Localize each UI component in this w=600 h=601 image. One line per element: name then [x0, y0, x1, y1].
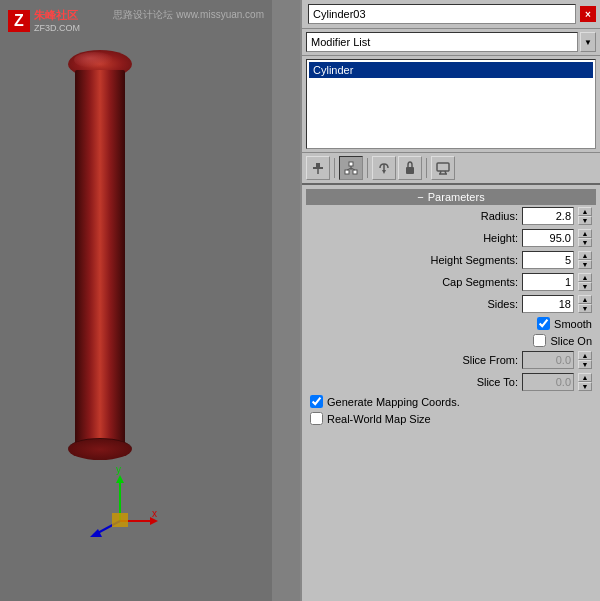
radius-up[interactable]: ▲: [578, 207, 592, 216]
modifier-list-row: ▼: [302, 29, 600, 56]
logo-z-icon: Z: [8, 10, 30, 32]
modifier-list-arrow[interactable]: ▼: [580, 32, 596, 52]
cap-segs-down[interactable]: ▼: [578, 282, 592, 291]
params-section: − Parameters Radius: ▲ ▼ Height: ▲ ▼ Hei…: [306, 189, 596, 427]
modifier-toolbar: [302, 152, 600, 185]
height-segs-row: Height Segments: ▲ ▼: [306, 249, 596, 271]
height-segs-up[interactable]: ▲: [578, 251, 592, 260]
object-name-input[interactable]: [308, 4, 576, 24]
height-spinner: ▲ ▼: [578, 229, 592, 247]
axis-widget: y x: [80, 461, 160, 541]
slice-on-label: Slice On: [550, 335, 592, 347]
cap-segs-row: Cap Segments: ▲ ▼: [306, 271, 596, 293]
svg-rect-20: [406, 167, 414, 174]
cap-segs-up[interactable]: ▲: [578, 273, 592, 282]
svg-rect-12: [349, 162, 353, 166]
radius-spinner: ▲ ▼: [578, 207, 592, 225]
slice-to-label: Slice To:: [477, 376, 518, 388]
cap-segs-label: Cap Segments:: [442, 276, 518, 288]
viewport-3d: Z 朱峰社区 ZF3D.COM 思路设计论坛 www.missyuan.com …: [0, 0, 272, 601]
height-segs-label: Height Segments:: [431, 254, 518, 266]
height-up[interactable]: ▲: [578, 229, 592, 238]
slice-to-row: Slice To: ▲ ▼: [306, 371, 596, 393]
svg-marker-19: [382, 170, 386, 174]
slice-from-row: Slice From: ▲ ▼: [306, 349, 596, 371]
slice-to-down[interactable]: ▼: [578, 382, 592, 391]
svg-text:x: x: [152, 508, 157, 519]
sides-label: Sides:: [487, 298, 518, 310]
cap-segs-input[interactable]: [522, 273, 574, 291]
realworld-row: Real-World Map Size: [306, 410, 596, 427]
right-panel: × ▼ Cylinder: [300, 0, 600, 601]
modifier-stack: Cylinder: [306, 59, 596, 149]
cylinder-3d: [60, 40, 140, 500]
cap-segs-spinner: ▲ ▼: [578, 273, 592, 291]
height-row: Height: ▲ ▼: [306, 227, 596, 249]
height-down[interactable]: ▼: [578, 238, 592, 247]
svg-rect-21: [437, 163, 449, 171]
radius-input[interactable]: [522, 207, 574, 225]
params-collapse-btn[interactable]: −: [417, 191, 423, 203]
sides-down[interactable]: ▼: [578, 304, 592, 313]
height-segs-input[interactable]: [522, 251, 574, 269]
realworld-label: Real-World Map Size: [327, 413, 431, 425]
height-label: Height:: [483, 232, 518, 244]
radius-down[interactable]: ▼: [578, 216, 592, 225]
radius-row: Radius: ▲ ▼: [306, 205, 596, 227]
slice-from-down[interactable]: ▼: [578, 360, 592, 369]
logo-site: 朱峰社区: [34, 8, 80, 23]
sides-spinner: ▲ ▼: [578, 295, 592, 313]
svg-text:y: y: [116, 464, 121, 475]
slice-on-checkbox[interactable]: [533, 334, 546, 347]
slice-to-up[interactable]: ▲: [578, 373, 592, 382]
slice-from-label: Slice From:: [462, 354, 518, 366]
params-title: Parameters: [428, 191, 485, 203]
stack-item-cylinder[interactable]: Cylinder: [309, 62, 593, 78]
generate-row: Generate Mapping Coords.: [306, 393, 596, 410]
title-bar: ×: [302, 0, 600, 29]
svg-rect-13: [345, 170, 349, 174]
sides-row: Sides: ▲ ▼: [306, 293, 596, 315]
watermark: 思路设计论坛 www.missyuan.com: [113, 8, 264, 22]
svg-rect-8: [112, 513, 128, 527]
slice-from-up[interactable]: ▲: [578, 351, 592, 360]
params-header[interactable]: − Parameters: [306, 189, 596, 205]
display-button[interactable]: [431, 156, 455, 180]
generate-checkbox[interactable]: [310, 395, 323, 408]
cylinder-highlight: [74, 52, 114, 68]
lock-button[interactable]: [398, 156, 422, 180]
slice-from-input[interactable]: [522, 351, 574, 369]
slice-to-input[interactable]: [522, 373, 574, 391]
slice-from-spinner: ▲ ▼: [578, 351, 592, 369]
realworld-checkbox[interactable]: [310, 412, 323, 425]
smooth-checkbox[interactable]: [537, 317, 550, 330]
slice-on-row: Slice On: [306, 332, 596, 349]
toolbar-sep-2: [367, 158, 368, 178]
toolbar-sep-1: [334, 158, 335, 178]
smooth-row: Smooth: [306, 315, 596, 332]
sides-up[interactable]: ▲: [578, 295, 592, 304]
modifier-list-input[interactable]: [306, 32, 578, 52]
radius-label: Radius:: [481, 210, 518, 222]
svg-rect-14: [353, 170, 357, 174]
height-segs-spinner: ▲ ▼: [578, 251, 592, 269]
hierarchy-button[interactable]: [339, 156, 363, 180]
svg-marker-7: [90, 529, 102, 537]
smooth-label: Smooth: [554, 318, 592, 330]
logo-area: Z 朱峰社区 ZF3D.COM: [8, 8, 80, 33]
pin-button[interactable]: [306, 156, 330, 180]
close-button[interactable]: ×: [580, 6, 596, 22]
svg-marker-1: [116, 475, 124, 483]
cylinder-bottom-cap: [68, 438, 132, 460]
height-input[interactable]: [522, 229, 574, 247]
toolbar-sep-3: [426, 158, 427, 178]
sides-input[interactable]: [522, 295, 574, 313]
slice-to-spinner: ▲ ▼: [578, 373, 592, 391]
logo-sub: ZF3D.COM: [34, 23, 80, 33]
generate-label: Generate Mapping Coords.: [327, 396, 460, 408]
height-segs-down[interactable]: ▼: [578, 260, 592, 269]
svg-rect-10: [316, 163, 320, 169]
link-button[interactable]: [372, 156, 396, 180]
cylinder-body: [75, 70, 125, 450]
